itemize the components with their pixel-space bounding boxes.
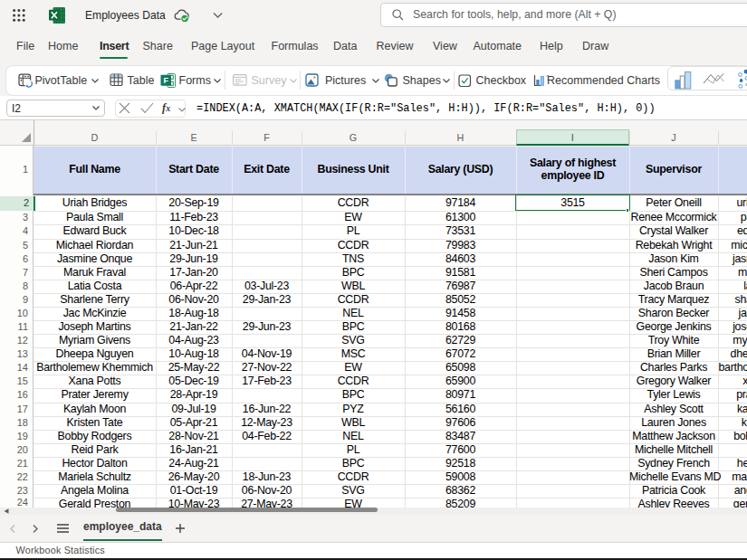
svg-text:F: F <box>163 76 168 85</box>
